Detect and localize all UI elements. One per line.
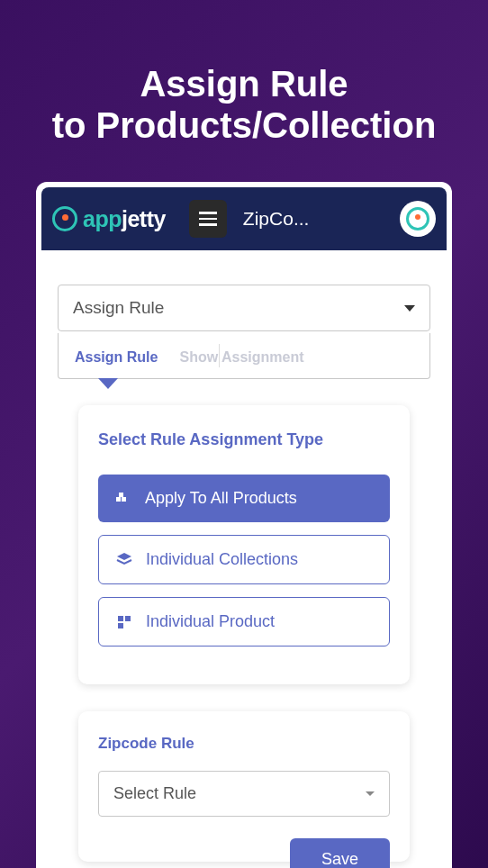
appjetty-logo: appjetty [52, 206, 166, 232]
hero-section: Assign Rule to Products/Collection [0, 0, 488, 182]
tab-divider [219, 344, 220, 367]
individual-product-button[interactable]: Individual Product [98, 597, 390, 646]
zipcode-title: Zipcode Rule [98, 735, 390, 753]
select-rule-placeholder: Select Rule [113, 784, 196, 803]
dropdown-label: Assign Rule [73, 298, 164, 318]
rule-assignment-card: Select Rule Assignment Type Apply To All… [78, 405, 410, 684]
header-title: ZipCo... [243, 208, 391, 230]
assignment-type-title: Select Rule Assignment Type [98, 430, 390, 449]
collections-icon [115, 551, 133, 569]
svg-rect-2 [119, 493, 123, 497]
device-screen: appjetty ZipCo... Assign Rule Assign R [41, 187, 447, 868]
logo-icon [52, 206, 77, 231]
avatar[interactable] [400, 201, 436, 237]
zipcode-rule-card: Zipcode Rule Select Rule Save [78, 711, 410, 862]
chevron-down-icon [404, 305, 415, 312]
assign-rule-dropdown[interactable]: Assign Rule [58, 285, 430, 331]
device-frame: appjetty ZipCo... Assign Rule Assign R [36, 182, 452, 868]
svg-rect-1 [122, 497, 126, 502]
tabs-container: Assign Rule Show Assignment [58, 333, 430, 379]
svg-rect-3 [118, 616, 123, 621]
products-icon [114, 490, 132, 508]
tab-show-assignment[interactable]: Show Assignment [179, 349, 303, 366]
menu-button[interactable] [189, 200, 227, 238]
content-area: Assign Rule Assign Rule Show Assignment … [41, 250, 447, 868]
active-tab-pointer-icon [98, 378, 118, 389]
chevron-down-icon [366, 791, 375, 796]
hero-title: Assign Rule to Products/Collection [18, 63, 470, 146]
tabs-row: Assign Rule Show Assignment [59, 333, 429, 378]
logo-text: appjetty [83, 206, 166, 232]
save-button[interactable]: Save [290, 838, 390, 868]
svg-rect-0 [116, 497, 121, 502]
avatar-icon [406, 207, 429, 231]
product-icon [115, 613, 133, 631]
tab-assign-rule[interactable]: Assign Rule [75, 349, 158, 366]
app-header: appjetty ZipCo... [41, 187, 447, 250]
select-rule-dropdown[interactable]: Select Rule [98, 771, 390, 817]
svg-rect-4 [125, 616, 131, 621]
svg-rect-5 [118, 623, 123, 628]
apply-all-products-button[interactable]: Apply To All Products [98, 475, 390, 522]
hamburger-icon [199, 212, 217, 214]
individual-collections-button[interactable]: Individual Collections [98, 535, 390, 584]
